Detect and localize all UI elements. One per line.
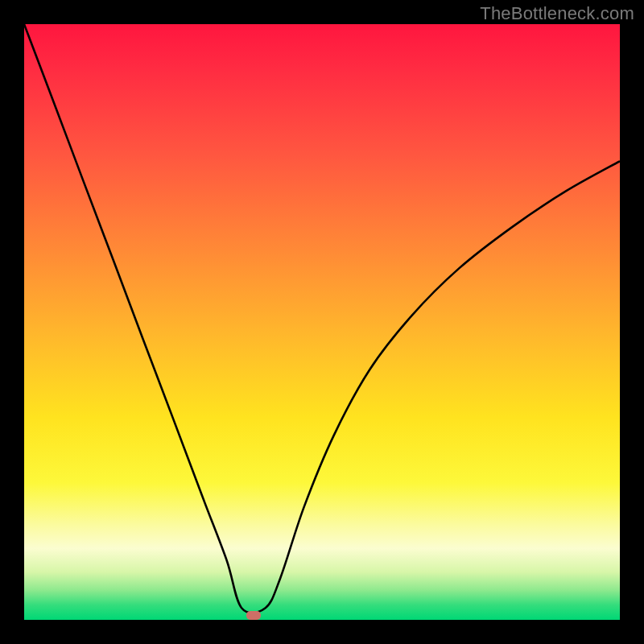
- curve-svg: [24, 24, 620, 620]
- min-marker: [246, 611, 261, 620]
- plot-area: [24, 24, 620, 620]
- bottleneck-curve: [24, 24, 620, 613]
- watermark-text: TheBottleneck.com: [480, 3, 634, 24]
- chart-frame: TheBottleneck.com: [0, 0, 644, 644]
